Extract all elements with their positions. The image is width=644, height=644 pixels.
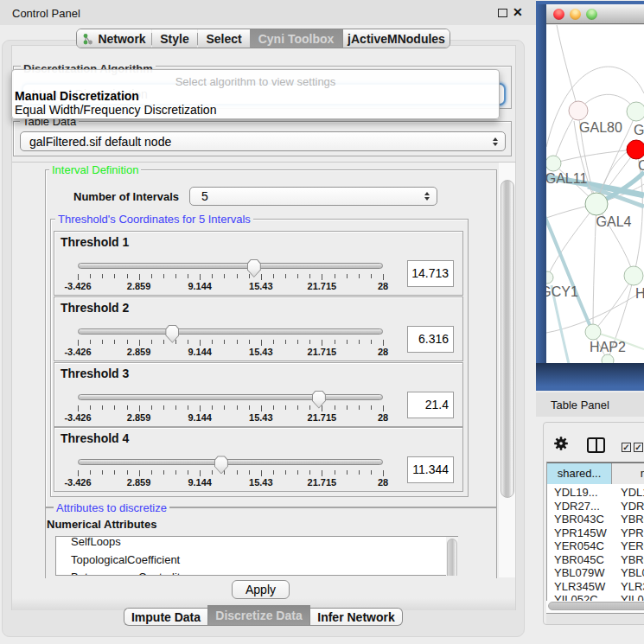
- tick-label: 9.144: [188, 412, 212, 423]
- network-node[interactable]: [602, 354, 614, 363]
- tick-label: 9.144: [188, 477, 212, 488]
- attribute-item[interactable]: BetweennessCentrality: [56, 571, 186, 576]
- tick-mark: [175, 470, 176, 475]
- tick-mark: [309, 470, 310, 475]
- tick-mark: [90, 405, 91, 410]
- apply-button[interactable]: Apply: [232, 580, 290, 599]
- settings-vertical-scrollbar[interactable]: [499, 163, 516, 577]
- tab-impute-data[interactable]: Impute Data: [124, 608, 207, 626]
- threshold-value-field[interactable]: 14.713: [407, 260, 454, 287]
- scrollbar-thumb[interactable]: [447, 539, 457, 576]
- slider-thumb[interactable]: [165, 325, 179, 343]
- tick-mark: [139, 405, 140, 411]
- node-table: shared... na YDL19...YDL19YDR27...YDR27Y…: [546, 462, 644, 613]
- tick-mark: [383, 274, 384, 280]
- gear-icon[interactable]: [554, 437, 568, 455]
- tick-mark: [309, 405, 310, 410]
- tick-label: -3.426: [64, 412, 91, 423]
- attribute-item[interactable]: TopologicalCoefficient: [56, 553, 180, 566]
- network-node[interactable]: [624, 266, 643, 285]
- table-row[interactable]: YPR145WYPR145W: [547, 526, 644, 539]
- tick-label: 2.859: [127, 412, 151, 423]
- column-header-name[interactable]: na: [612, 463, 644, 484]
- interval-definition-title: Interval Definition: [49, 164, 141, 175]
- table-row[interactable]: YLR345WYLR345W: [547, 579, 644, 593]
- float-window-icon[interactable]: [498, 9, 507, 17]
- table-box-bottom: [546, 613, 644, 624]
- tab-discretize-data-label: Discretize Data: [215, 609, 302, 622]
- network-node[interactable]: [627, 102, 644, 121]
- table-row[interactable]: YBR043CYBR043C: [547, 512, 644, 526]
- tab-infer-network[interactable]: Infer Network: [310, 608, 403, 626]
- unselect-all-checkbox-icon[interactable]: ✓: [634, 443, 643, 452]
- dropdown-option-equal-width[interactable]: Equal Width/Frequency Discretization: [15, 103, 216, 117]
- slider-thumb[interactable]: [312, 391, 326, 409]
- tick-label: 21.715: [308, 347, 337, 357]
- select-all-checkbox-icon[interactable]: ✓: [622, 443, 631, 452]
- slider-thumb[interactable]: [214, 456, 228, 474]
- minimize-traffic-light-icon[interactable]: [570, 9, 581, 20]
- close-traffic-light-icon[interactable]: [553, 9, 564, 20]
- scrollbar-thumb[interactable]: [501, 180, 514, 498]
- slider-thumb-face: [166, 326, 178, 342]
- slider-track[interactable]: [78, 328, 383, 335]
- tab-infer-network-label: Infer Network: [317, 610, 394, 624]
- close-icon[interactable]: ✕: [513, 5, 523, 19]
- numerical-attributes-list[interactable]: SelfLoopsTopologicalCoefficientBetweenne…: [55, 536, 458, 576]
- network-node[interactable]: [546, 156, 561, 171]
- number-of-intervals-spinner[interactable]: 5: [189, 187, 437, 206]
- cell-shared-name: YER054C: [554, 539, 604, 552]
- table-panel-box: ✓ ✓ shared... na YDL19...YDL19YDR27...YD…: [543, 422, 644, 625]
- tick-mark: [114, 340, 115, 344]
- table-data-combobox[interactable]: galFiltered.sif default node: [20, 131, 506, 151]
- threshold-value-field[interactable]: 11.344: [407, 456, 454, 483]
- network-node[interactable]: [627, 140, 644, 159]
- tab-select[interactable]: Select: [198, 29, 250, 48]
- tab-network[interactable]: Network: [77, 29, 151, 48]
- tab-jactivemnodules[interactable]: jActiveMNodules: [342, 29, 450, 48]
- threshold-value-field[interactable]: 6.316: [407, 326, 454, 353]
- attribute-item[interactable]: SelfLoops: [56, 536, 121, 548]
- tab-cyni-toolbox[interactable]: Cyni Toolbox: [250, 29, 342, 48]
- network-node[interactable]: [585, 324, 601, 340]
- table-row[interactable]: YDL19...YDL19: [547, 485, 644, 499]
- tick-label: 21.715: [308, 477, 337, 488]
- columns-icon[interactable]: [587, 437, 605, 453]
- tick-mark: [237, 405, 238, 410]
- column-header-shared-name[interactable]: shared...: [547, 463, 612, 484]
- slider-track[interactable]: [78, 459, 383, 465]
- node-label: GAL80: [579, 120, 622, 135]
- zoom-traffic-light-icon[interactable]: [586, 9, 597, 20]
- attributes-list-scrollbar[interactable]: [446, 537, 458, 576]
- network-node[interactable]: [585, 193, 608, 215]
- node-label: H: [635, 286, 644, 301]
- cell-shared-name: YBR043C: [554, 513, 604, 526]
- tick-mark: [237, 470, 238, 475]
- tick-mark: [261, 470, 262, 476]
- tick-mark: [261, 340, 262, 346]
- tick-mark: [139, 274, 140, 280]
- dropdown-option-manual[interactable]: Manual Discretization: [15, 89, 139, 103]
- table-row[interactable]: YBL079WYBL079W: [547, 565, 644, 579]
- slider-track[interactable]: [78, 394, 383, 400]
- tick-mark: [175, 405, 176, 410]
- network-canvas[interactable]: GAL80G.CGAL11GAL4GCY1HHAP2: [546, 25, 644, 363]
- network-node[interactable]: [546, 271, 553, 284]
- tab-style[interactable]: Style: [152, 29, 197, 48]
- tick-mark: [114, 405, 115, 410]
- slider-thumb[interactable]: [247, 259, 261, 277]
- tick-label: 15.43: [249, 412, 273, 423]
- tick-mark: [335, 340, 335, 344]
- table-row[interactable]: YBR045CYBR045C: [547, 552, 644, 566]
- tab-discretize-data[interactable]: Discretize Data: [207, 605, 310, 626]
- scrollbar-thumb[interactable]: [548, 602, 644, 610]
- network-tab-icon: [82, 33, 93, 45]
- threshold-value-field[interactable]: 21.4: [407, 392, 454, 418]
- node-label: HAP2: [590, 340, 626, 354]
- table-horizontal-scrollbar[interactable]: [546, 601, 644, 613]
- network-node[interactable]: [569, 101, 588, 120]
- table-row[interactable]: YDR27...YDR27: [547, 499, 644, 513]
- tick-mark: [151, 340, 152, 344]
- table-row[interactable]: YER054CYER054C: [547, 539, 644, 552]
- slider-track[interactable]: [78, 263, 383, 269]
